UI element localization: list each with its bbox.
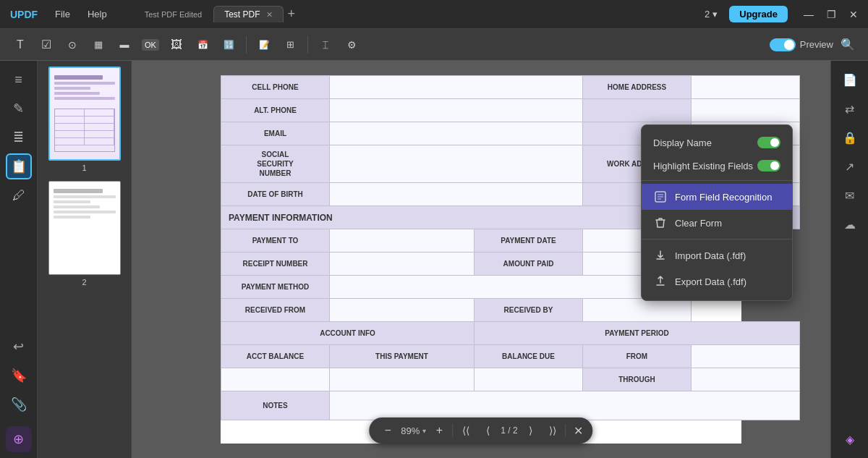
- close-icon[interactable]: ✕: [845, 7, 862, 22]
- dropdown-import-data[interactable]: Import Data (.fdf): [642, 242, 792, 268]
- value-dob[interactable]: [330, 183, 583, 206]
- tool-align[interactable]: ⌶: [314, 33, 337, 56]
- value-through[interactable]: [692, 368, 800, 391]
- sidebar-icon-convert[interactable]: ↩: [6, 334, 32, 360]
- zoom-separator: [452, 424, 453, 437]
- sidebar-icon-sign[interactable]: 🖊: [6, 182, 32, 208]
- toolbar: T ☑ ⊙ ▦ ▬ OK 🖼 📅 🔢 📝 ⊞ ⌶ ⚙ Preview 🔍: [0, 29, 868, 61]
- page-next-button[interactable]: ⟩: [522, 422, 540, 439]
- label-balance-due: BALANCE DUE: [475, 345, 583, 368]
- thumb-cell: [85, 131, 114, 137]
- sidebar-icon-pages[interactable]: ≡: [6, 67, 32, 93]
- tool-number[interactable]: 🔢: [217, 33, 240, 56]
- zoom-in-button[interactable]: +: [430, 422, 448, 439]
- right-icon-protect[interactable]: 🔒: [837, 124, 863, 150]
- upgrade-button[interactable]: Upgrade: [729, 6, 788, 22]
- value-ssn[interactable]: [330, 145, 583, 183]
- dropdown-export-data[interactable]: Export Data (.fdf): [642, 268, 792, 294]
- right-icon-pages[interactable]: 📄: [837, 67, 863, 93]
- zoom-dropdown-icon[interactable]: ▾: [422, 427, 426, 435]
- right-icon-apps[interactable]: ◈: [837, 426, 863, 452]
- thumbnail-1[interactable]: 1: [48, 67, 121, 172]
- sidebar-icon-attachment[interactable]: 📎: [6, 391, 32, 417]
- page-last-button[interactable]: ⟩⟩: [544, 422, 561, 439]
- tool-date[interactable]: 📅: [191, 33, 214, 56]
- right-icon-upload[interactable]: ☁: [837, 211, 863, 237]
- value-cell-phone[interactable]: [330, 76, 583, 99]
- minimize-icon[interactable]: —: [799, 7, 818, 22]
- value-email[interactable]: [330, 122, 583, 145]
- highlight-toggle[interactable]: [757, 160, 780, 171]
- table-row-account-headers: ACCOUNT INFO PAYMENT PERIOD: [221, 322, 800, 345]
- value-received-from[interactable]: [330, 299, 475, 322]
- label-this-payment: THIS PAYMENT: [330, 345, 475, 368]
- value-received-by[interactable]: [583, 299, 692, 322]
- value-alt-phone[interactable]: [330, 99, 583, 122]
- label-through: THROUGH: [583, 368, 692, 391]
- thumb-row: [55, 124, 114, 131]
- tab-draft[interactable]: Test PDF Edited: [135, 7, 212, 22]
- thumbnail-2[interactable]: 2: [48, 181, 121, 287]
- table-row: CELL PHONE HOME ADDRESS: [221, 76, 800, 99]
- logo-text: UPDF: [10, 9, 38, 20]
- zoom-out-button[interactable]: −: [379, 422, 396, 439]
- page-first-button[interactable]: ⟨⟨: [457, 422, 475, 439]
- right-icon-convert[interactable]: ⇄: [837, 96, 863, 122]
- search-icon[interactable]: 🔍: [836, 33, 859, 56]
- tool-image[interactable]: 🖼: [165, 33, 188, 56]
- tool-ok[interactable]: OK: [139, 33, 162, 56]
- page-prev-button[interactable]: ⟨: [479, 422, 496, 439]
- label-acct-balance: ACCT BALANCE: [221, 345, 330, 368]
- value-home-address[interactable]: [692, 76, 800, 99]
- value-this-payment[interactable]: [330, 368, 475, 391]
- tab-active[interactable]: Test PDF ✕: [213, 6, 283, 22]
- right-icon-email[interactable]: ✉: [837, 182, 863, 208]
- sidebar-icon-comment[interactable]: ≣: [6, 124, 32, 150]
- menu-file[interactable]: File: [48, 6, 77, 22]
- value-payment-to[interactable]: [330, 229, 475, 253]
- zoom-bar-close-button[interactable]: ✕: [574, 424, 583, 438]
- menu-help[interactable]: Help: [80, 6, 114, 22]
- tab-add-icon[interactable]: +: [288, 7, 296, 22]
- thumb-row: [55, 109, 114, 116]
- thumb-lines-2: [54, 189, 116, 221]
- sidebar-icon-apps[interactable]: ⊕: [6, 426, 32, 452]
- tab-close-icon[interactable]: ✕: [266, 10, 273, 20]
- tab-draft-label: Test PDF Edited: [145, 10, 202, 19]
- value-balance-due[interactable]: [475, 368, 583, 391]
- thumb-row: [55, 138, 114, 145]
- tool-bar[interactable]: ▬: [113, 33, 136, 56]
- tool-sign[interactable]: 📝: [252, 33, 276, 56]
- display-name-toggle[interactable]: [757, 137, 780, 148]
- tool-text[interactable]: T: [9, 33, 32, 56]
- value-from[interactable]: [692, 345, 800, 368]
- value-acct-balance[interactable]: [221, 368, 330, 391]
- label-received-by: RECEIVED BY: [475, 299, 583, 322]
- right-icon-share[interactable]: ↗: [837, 153, 863, 179]
- tool-settings[interactable]: ⚙: [340, 33, 363, 56]
- sidebar-icon-edit[interactable]: ✎: [6, 96, 32, 122]
- chevron-down-icon[interactable]: ▾: [712, 9, 718, 20]
- label-payment-method: PAYMENT METHOD: [221, 276, 330, 299]
- dropdown-clear-form[interactable]: Clear Form: [642, 210, 792, 236]
- tool-grid2[interactable]: ⊞: [278, 33, 302, 56]
- sidebar-icon-form[interactable]: 📋: [6, 153, 32, 179]
- tool-grid[interactable]: ▦: [87, 33, 110, 56]
- thumb-line: [54, 92, 100, 95]
- preview-switch[interactable]: [770, 38, 796, 51]
- label-notes: NOTES: [221, 391, 330, 420]
- value-empty1[interactable]: [692, 99, 800, 122]
- dropdown-form-recognition[interactable]: Form Field Recognition: [642, 184, 792, 210]
- pdf-area: CELL PHONE HOME ADDRESS ALT. PHONE: [132, 61, 830, 458]
- value-notes[interactable]: [330, 391, 800, 420]
- tool-checkbox[interactable]: ☑: [35, 33, 58, 56]
- tool-radio[interactable]: ⊙: [61, 33, 84, 56]
- thumb-cell: [55, 124, 85, 130]
- value-payment-method[interactable]: [330, 276, 692, 299]
- thumb-line: [54, 87, 90, 90]
- sidebar-icon-bookmark[interactable]: 🔖: [6, 362, 32, 389]
- app-logo: UPDF: [6, 9, 42, 20]
- thumb-row: [55, 131, 114, 138]
- maximize-icon[interactable]: ❐: [822, 7, 841, 22]
- value-receipt[interactable]: [330, 253, 475, 276]
